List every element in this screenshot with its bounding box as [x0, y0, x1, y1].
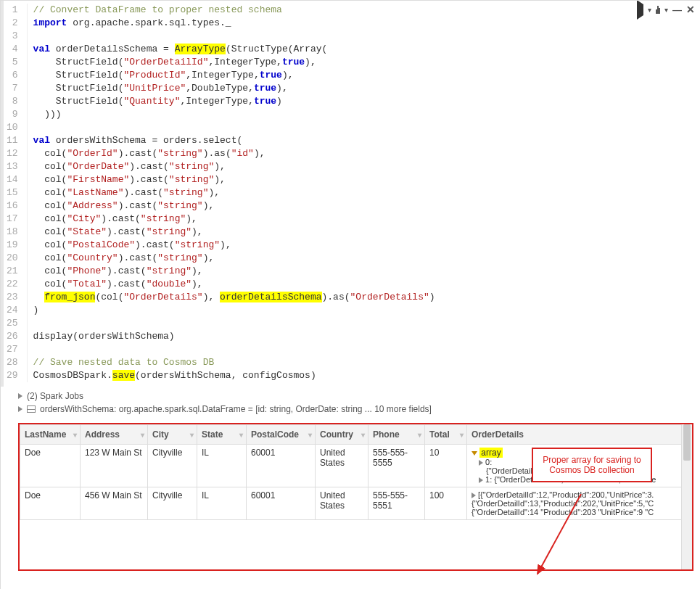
column-label: City — [152, 429, 169, 440]
column-label: Phone — [373, 429, 400, 440]
cell-orderdetails[interactable]: [{"OrderDetailId":12,"ProductId":200,"Un… — [467, 487, 682, 520]
schema-row[interactable]: ordersWithSchema: org.apache.spark.sql.D… — [18, 403, 693, 416]
close-button[interactable]: ✕ — [686, 4, 695, 15]
annotation-callout: Proper array for saving to Cosmos DB col… — [532, 448, 652, 482]
result-table-container: LastName▾Address▾City▾State▾PostalCode▾C… — [18, 423, 693, 571]
cell-country: United States — [316, 445, 368, 487]
chart-icon[interactable] — [656, 5, 660, 14]
table-row: Doe456 W Main StCityvilleIL60001United S… — [20, 487, 682, 520]
scrollbar-thumb[interactable] — [683, 424, 691, 461]
minimize-button[interactable]: — — [672, 4, 682, 15]
column-label: OrderDetails — [472, 429, 524, 440]
cell-state: IL — [197, 445, 247, 487]
column-header-lastname[interactable]: LastName▾ — [20, 425, 81, 445]
chevron-right-icon[interactable] — [479, 460, 483, 466]
cell-address: 123 W Main St — [81, 445, 148, 487]
column-label: LastName — [25, 429, 66, 440]
cell-city: Cityville — [148, 445, 197, 487]
sort-icon: ▾ — [308, 431, 312, 439]
column-label: State — [202, 429, 223, 440]
column-header-orderdetails[interactable]: OrderDetails▾ — [467, 425, 682, 445]
expand-icon — [18, 393, 22, 399]
column-header-state[interactable]: State▾ — [197, 425, 247, 445]
sort-icon: ▾ — [73, 431, 77, 439]
schema-text: ordersWithSchema: org.apache.spark.sql.D… — [40, 404, 432, 414]
column-header-city[interactable]: City▾ — [148, 425, 197, 445]
cell-toolbar: ▾ ▾ — ✕ — [637, 4, 695, 15]
cell-city: Cityville — [148, 487, 197, 520]
line-gutter: 1234567891011121314151617181920212223242… — [4, 4, 28, 382]
column-label: Country — [320, 429, 353, 440]
cell-phone: 555-555-5555 — [368, 445, 425, 487]
cell-state: IL — [197, 487, 247, 520]
output-panel: (2) Spark Jobs ordersWithSchema: org.apa… — [1, 387, 700, 419]
cell-lastname: Doe — [20, 487, 81, 520]
sort-icon: ▾ — [460, 431, 464, 439]
chevron-right-icon[interactable] — [479, 477, 483, 483]
sort-icon: ▾ — [239, 431, 243, 439]
column-header-postalcode[interactable]: PostalCode▾ — [247, 425, 316, 445]
cell-postalcode: 60001 — [247, 445, 316, 487]
column-header-total[interactable]: Total▾ — [425, 425, 467, 445]
array-label: array — [479, 448, 502, 458]
sort-icon: ▾ — [141, 431, 144, 439]
code-lines: // Convert DataFrame to proper nested sc… — [28, 4, 435, 382]
cell-postalcode: 60001 — [247, 487, 316, 520]
column-header-address[interactable]: Address▾ — [81, 425, 148, 445]
column-header-country[interactable]: Country▾ — [316, 425, 368, 445]
spark-jobs-label: (2) Spark Jobs — [27, 391, 83, 401]
sort-icon: ▾ — [361, 431, 365, 439]
vertical-scrollbar[interactable] — [681, 424, 692, 569]
cell-address: 456 W Main St — [81, 487, 148, 520]
table-header-row: LastName▾Address▾City▾State▾PostalCode▾C… — [20, 425, 682, 445]
cell-lastname: Doe — [20, 445, 81, 487]
cell-total: 10 — [425, 445, 467, 487]
sort-icon: ▾ — [190, 431, 194, 439]
chevron-right-icon[interactable] — [472, 493, 476, 498]
view-menu-chevron-icon[interactable]: ▾ — [664, 6, 668, 14]
cell-phone: 555-555-5551 — [368, 487, 425, 520]
chevron-down-icon[interactable] — [472, 451, 477, 456]
callout-text: Proper array for saving to Cosmos DB col… — [543, 455, 641, 475]
column-label: Total — [429, 429, 450, 440]
spark-jobs-row[interactable]: (2) Spark Jobs — [18, 390, 693, 403]
column-label: PostalCode — [251, 429, 299, 440]
expand-icon — [18, 406, 22, 412]
code-editor[interactable]: 1234567891011121314151617181920212223242… — [4, 1, 700, 387]
cell-country: United States — [316, 487, 368, 520]
run-menu-chevron-icon[interactable]: ▾ — [648, 6, 651, 14]
column-header-phone[interactable]: Phone▾ — [368, 425, 425, 445]
dataframe-icon — [27, 405, 36, 413]
column-label: Address — [85, 429, 120, 440]
run-button[interactable] — [637, 4, 643, 15]
cell-total: 100 — [425, 487, 467, 520]
table-scroll[interactable]: LastName▾Address▾City▾State▾PostalCode▾C… — [20, 424, 681, 569]
sort-icon: ▾ — [418, 431, 421, 439]
notebook-cell: ▾ ▾ — ✕ 12345678910111213141516171819202… — [1, 1, 700, 387]
